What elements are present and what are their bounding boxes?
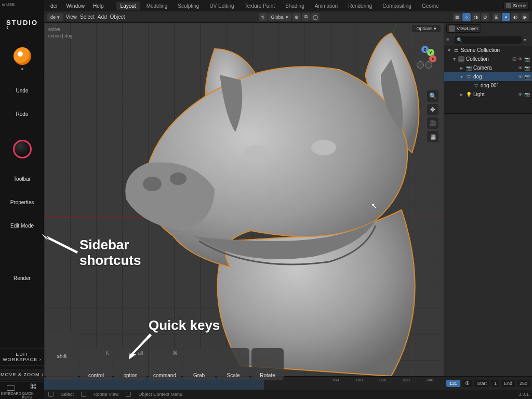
mode-dropdown[interactable]: de ▾: [47, 14, 63, 21]
current-frame[interactable]: 131: [446, 380, 460, 387]
solid-shading-icon[interactable]: ●: [502, 13, 510, 21]
filter-funnel-icon[interactable]: ▾: [524, 37, 530, 43]
matprev-icon[interactable]: ◐: [511, 13, 520, 21]
tab-modeling[interactable]: Modeling: [142, 2, 172, 10]
eye-icon[interactable]: 👁: [518, 92, 523, 97]
record-ring-icon[interactable]: [13, 140, 32, 158]
render-button[interactable]: Render: [14, 275, 31, 281]
goto-frame-icon[interactable]: ⦿: [462, 380, 472, 387]
eye-icon[interactable]: 👁: [518, 65, 523, 71]
snap-icon[interactable]: ⧉: [302, 13, 310, 21]
dog001-row[interactable]: ▽ dog.001: [444, 81, 532, 90]
mouse-cursor-icon: ↖: [371, 202, 377, 210]
svg-marker-4: [42, 234, 78, 254]
scene-icon: [506, 3, 511, 8]
move-view-icon[interactable]: ✥: [427, 104, 438, 115]
3d-viewport[interactable]: ective ection | dog Options ▾: [44, 23, 444, 376]
view-icon1[interactable]: ▦: [453, 13, 461, 21]
proportional-icon[interactable]: ◯: [311, 13, 320, 21]
render-icon[interactable]: 📷: [524, 57, 530, 62]
light-row[interactable]: ▸💡 Light 👁📷: [444, 90, 532, 99]
menu-select[interactable]: Select: [80, 14, 95, 20]
menu-add[interactable]: Add: [98, 14, 107, 20]
tab-rendering[interactable]: Rendering: [344, 2, 376, 10]
dog-row[interactable]: ▾▽ dog 👁📷: [444, 72, 532, 81]
properties-panel: [444, 113, 532, 376]
properties-button[interactable]: Properties: [10, 200, 34, 205]
blender-logo-icon[interactable]: [14, 47, 31, 65]
zoom-icon[interactable]: 🔍: [427, 90, 438, 102]
render-icon[interactable]: 📷: [524, 92, 530, 97]
tab-compositing[interactable]: Compositing: [378, 2, 416, 10]
qk-rotate[interactable]: Rotate: [251, 348, 284, 380]
persp-ortho-icon[interactable]: ▦: [427, 131, 438, 142]
collection-icon: ▭: [458, 56, 464, 62]
scene-selector[interactable]: Scene: [503, 2, 529, 10]
outliner-search[interactable]: 🔍: [455, 36, 522, 44]
camera-row[interactable]: ▸📷 Camera 👁📷: [444, 63, 532, 72]
rendered-icon[interactable]: ◉: [521, 13, 529, 21]
orient-icon[interactable]: ↯: [259, 13, 267, 21]
move-zoom-button[interactable]: MOVE & ZOOM ›: [0, 369, 44, 380]
outliner-header: ViewLayer: [444, 23, 532, 34]
undo-button[interactable]: Undo: [16, 88, 29, 94]
toolbar-button[interactable]: Toolbar: [14, 176, 31, 182]
menubar: der Window Help Layout Modeling Sculptin…: [44, 0, 532, 11]
viewlayer-selector[interactable]: ViewLayer: [446, 24, 481, 33]
camera-icon: 📷: [466, 65, 472, 71]
edit-workspace-button[interactable]: EDIT WORKSPACE ›: [0, 348, 44, 366]
keyboard-icon: [7, 385, 15, 391]
filter-icon[interactable]: ≡: [446, 37, 453, 43]
tab-shading[interactable]: Shading: [281, 2, 309, 10]
tab-layout[interactable]: Layout: [116, 2, 140, 10]
render-icon[interactable]: 📷: [524, 65, 530, 71]
mesh-icon: ▽: [466, 74, 472, 80]
start-frame[interactable]: 1: [491, 380, 499, 387]
pivot-icon[interactable]: ⊕: [292, 13, 301, 21]
redo-button[interactable]: Redo: [16, 111, 29, 117]
render-icon[interactable]: 📷: [524, 74, 530, 79]
gizmo-neg2[interactable]: [425, 61, 432, 69]
mouse-icon: [81, 392, 86, 397]
arrow-sidebar-icon: [42, 234, 78, 256]
qk-shift[interactable]: shift: [46, 331, 78, 380]
logo-dot: [21, 68, 23, 70]
camera-view-icon[interactable]: 🎥: [427, 117, 438, 129]
end-frame[interactable]: 250: [517, 380, 530, 387]
orientation-dropdown[interactable]: Global ▾: [268, 14, 292, 21]
eye-icon[interactable]: 👁: [518, 74, 523, 79]
collection-row[interactable]: ▾▭ Collection ☑👁📷: [444, 55, 532, 63]
dog-mesh[interactable]: [69, 23, 444, 376]
gizmo-neg1[interactable]: [417, 61, 424, 69]
end-label: End: [501, 380, 515, 387]
qk-scale[interactable]: Scale: [217, 348, 249, 380]
tab-texturepaint[interactable]: Texture Paint: [241, 2, 279, 10]
eye-icon[interactable]: 👁: [518, 57, 523, 62]
menu-der[interactable]: der: [47, 2, 61, 10]
back-chevron-icon[interactable]: ‹: [6, 23, 9, 31]
meshdata-icon: ▽: [473, 83, 479, 89]
menu-help[interactable]: Help: [90, 2, 107, 10]
keyboard-mode-button[interactable]: KEYBOARD: [0, 382, 22, 399]
qk-grab[interactable]: Grab: [183, 348, 215, 380]
menu-object[interactable]: Object: [110, 14, 125, 20]
gizmo-toggle-icon[interactable]: ⊹: [462, 13, 471, 21]
svg-point-0: [143, 177, 162, 191]
orientation-group: ↯ Global ▾ ⊕ ⧉ ◯: [259, 13, 320, 21]
nav-gizmo[interactable]: Z Y X: [414, 46, 436, 69]
wireframe-icon[interactable]: ⊞: [493, 13, 501, 21]
tab-geometry[interactable]: Geome: [418, 2, 443, 10]
scene-collection-row[interactable]: ▾🗀 Scene Collection: [444, 46, 532, 55]
overlay-toggle-icon[interactable]: ◑: [472, 13, 480, 21]
xray-icon[interactable]: ⊘: [481, 13, 489, 21]
tab-uvediting[interactable]: UV Editing: [205, 2, 238, 10]
tab-animation[interactable]: Animation: [311, 2, 342, 10]
quickkeys-mode-button[interactable]: ⌘QUICK KEYS: [22, 382, 45, 399]
qk-control[interactable]: Kcontrol: [80, 348, 112, 380]
mouse-icon: [126, 392, 131, 397]
menu-view[interactable]: View: [66, 14, 77, 20]
menu-window[interactable]: Window: [63, 2, 88, 10]
tab-sculpting[interactable]: Sculpting: [174, 2, 203, 10]
header-toolbar: de ▾ View Select Add Object ↯ Global ▾ ⊕…: [44, 11, 532, 23]
editmode-button[interactable]: Edit Mode: [10, 223, 34, 229]
